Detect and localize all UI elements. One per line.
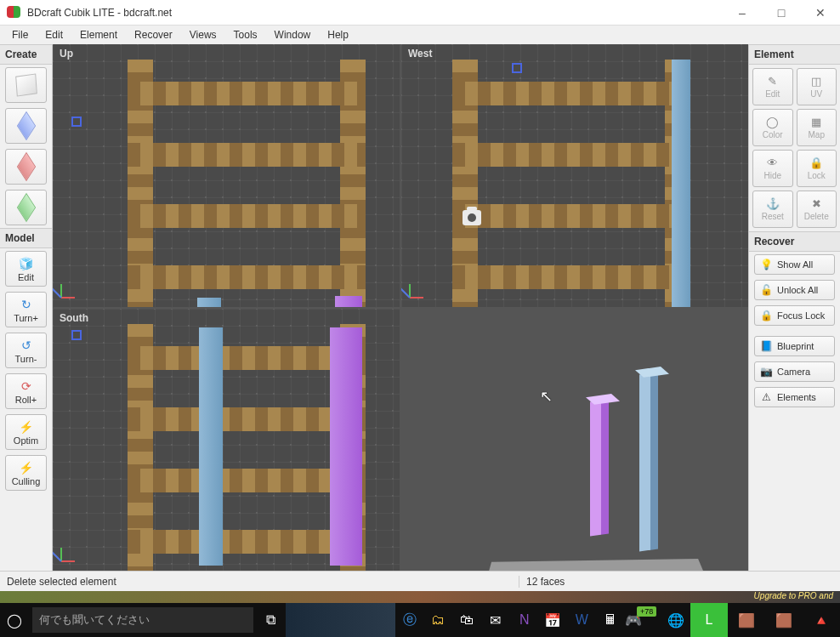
viewport-south-label: South	[60, 312, 88, 324]
store-icon[interactable]: 🛍	[452, 603, 481, 637]
explorer-icon[interactable]: 🗂	[423, 603, 452, 637]
calendar-icon[interactable]: 📅	[539, 603, 568, 637]
recover-show-all-button[interactable]: 💡Show All	[754, 254, 835, 275]
word-icon[interactable]: W	[567, 603, 596, 637]
lock-icon: 🔒	[809, 156, 823, 169]
create-plane-green-button[interactable]	[5, 190, 47, 225]
tray-app-1-icon[interactable]: 🟫	[728, 603, 765, 637]
taskbar-tray: L 🟫 🟫 🔺	[690, 603, 840, 637]
viewport-3d[interactable]	[401, 309, 748, 572]
onenote-icon[interactable]: N	[510, 603, 539, 637]
chrome-icon[interactable]: 🌐	[661, 603, 690, 637]
cortana-icon[interactable]: ◯	[0, 603, 29, 637]
optim-icon: ⚡	[18, 418, 35, 435]
line-icon[interactable]: L	[690, 603, 728, 637]
model-turn-plus-button[interactable]: ↻Turn+	[5, 292, 47, 327]
tray-app-2-icon[interactable]: 🟫	[765, 603, 803, 637]
menu-tools[interactable]: Tools	[225, 27, 266, 43]
viewport-west-label: West	[408, 48, 432, 60]
eye-icon: 👁	[767, 156, 778, 169]
menu-window[interactable]: Window	[266, 27, 320, 43]
warning-icon: ⚠	[760, 391, 772, 403]
element-lock-button[interactable]: 🔒Lock	[797, 150, 837, 187]
windows-taskbar: ◯ 何でも聞いてください ⧉ ⓔ 🗂 🛍 ✉ N 📅 W 🖩 🎮+78 🌐 L …	[0, 603, 840, 637]
edge-icon[interactable]: ⓔ	[395, 603, 424, 637]
maximize-button[interactable]: □	[762, 0, 801, 26]
model-optim-label: Optim	[14, 435, 38, 446]
blueprint-icon: 📘	[760, 340, 772, 352]
element-uv-button[interactable]: ◫UV	[797, 68, 837, 105]
viewport-south[interactable]: South	[53, 309, 400, 572]
menu-file[interactable]: File	[3, 27, 37, 43]
element-uv-label: UV	[810, 89, 822, 99]
recover-unlock-all-button[interactable]: 🔓Unlock All	[754, 280, 835, 300]
element-hide-button[interactable]: 👁Hide	[752, 150, 793, 187]
viewport-up[interactable]: Up	[53, 44, 400, 307]
status-faces: 12 faces	[519, 576, 748, 588]
unlock-icon: 🔓	[760, 284, 772, 296]
model-roll-plus-button[interactable]: ⟳Roll+	[5, 373, 47, 409]
element-map-button[interactable]: ▦Map	[797, 109, 837, 146]
element-hide-label: Hide	[763, 171, 781, 180]
task-view-icon[interactable]: ⧉	[257, 603, 286, 637]
model-edit-button[interactable]: 🧊Edit	[5, 251, 47, 287]
menu-help[interactable]: Help	[319, 27, 357, 43]
element-button-grid: ✎Edit ◫UV ◯Color ▦Map 👁Hide 🔒Lock ⚓Reset…	[749, 65, 840, 231]
model-optim-button[interactable]: ⚡Optim	[5, 414, 47, 450]
recover-blueprint-label: Blueprint	[777, 341, 814, 351]
element-header: Element	[749, 44, 840, 65]
ladder-sprite-west	[452, 60, 690, 307]
recover-focus-lock-label: Focus Lock	[777, 310, 825, 321]
culling-icon: ⚡	[18, 459, 35, 476]
model-rollp-label: Roll+	[15, 395, 37, 405]
ground-plane	[480, 559, 717, 571]
level-badge: +78	[637, 606, 656, 617]
selection-marker-icon	[71, 330, 82, 340]
right-panel: Element ✎Edit ◫UV ◯Color ▦Map 👁Hide 🔒Loc…	[748, 44, 840, 571]
cortana-search-input[interactable]: 何でも聞いてください	[32, 607, 253, 633]
turn-plus-icon: ↻	[18, 296, 35, 313]
element-reset-button[interactable]: ⚓Reset	[752, 191, 793, 228]
create-plane-blue-button[interactable]	[5, 108, 47, 144]
viewport-west[interactable]: West	[401, 44, 748, 307]
menu-bar: File Edit Element Recover Views Tools Wi…	[0, 26, 840, 44]
minimize-button[interactable]: –	[723, 0, 762, 26]
recover-camera-label: Camera	[777, 367, 810, 377]
model-turn-minus-button[interactable]: ↺Turn-	[5, 333, 47, 368]
turn-minus-icon: ↺	[18, 337, 35, 354]
menu-element[interactable]: Element	[71, 27, 126, 43]
recover-blueprint-button[interactable]: 📘Blueprint	[754, 336, 835, 356]
model-culling-button[interactable]: ⚡Culling	[5, 455, 47, 491]
menu-views[interactable]: Views	[181, 27, 225, 43]
close-button[interactable]: ✕	[801, 0, 840, 26]
upgrade-text[interactable]: Upgrade to PRO and	[754, 591, 833, 600]
main-area: Create Model 🧊Edit ↻Turn+ ↺Turn- ⟳Roll+ …	[0, 44, 840, 571]
roll-plus-icon: ⟳	[18, 378, 35, 395]
diamond-green-icon	[16, 193, 35, 222]
element-delete-label: Delete	[804, 212, 829, 221]
element-color-label: Color	[763, 130, 783, 139]
menu-edit[interactable]: Edit	[37, 27, 71, 43]
calculator-icon[interactable]: 🖩	[596, 603, 625, 637]
recover-camera-button[interactable]: 📷Camera	[754, 361, 835, 382]
menu-recover[interactable]: Recover	[126, 27, 181, 43]
taskbar-app-thumbnails[interactable]	[286, 603, 395, 637]
element-lock-label: Lock	[808, 171, 826, 180]
model-turnp-label: Turn+	[14, 313, 38, 323]
create-plane-red-button[interactable]	[5, 149, 47, 185]
mail-icon[interactable]: ✉	[481, 603, 510, 637]
cubik-tray-icon[interactable]: 🔺	[803, 603, 840, 637]
model-edit-label: Edit	[18, 272, 34, 282]
game-icon[interactable]: 🎮+78	[625, 603, 661, 637]
element-delete-button[interactable]: ✖Delete	[797, 191, 837, 228]
element-reset-label: Reset	[762, 212, 784, 221]
camera-icon[interactable]	[463, 210, 481, 225]
recover-elements-label: Elements	[777, 392, 816, 402]
recover-focus-lock-button[interactable]: 🔒Focus Lock	[754, 305, 835, 326]
create-cube-button[interactable]	[5, 67, 47, 103]
viewport-up-label: Up	[60, 48, 73, 60]
element-edit-button[interactable]: ✎Edit	[752, 68, 793, 105]
element-color-button[interactable]: ◯Color	[752, 109, 793, 146]
recover-header: Recover	[749, 231, 840, 252]
recover-elements-button[interactable]: ⚠Elements	[754, 387, 835, 407]
